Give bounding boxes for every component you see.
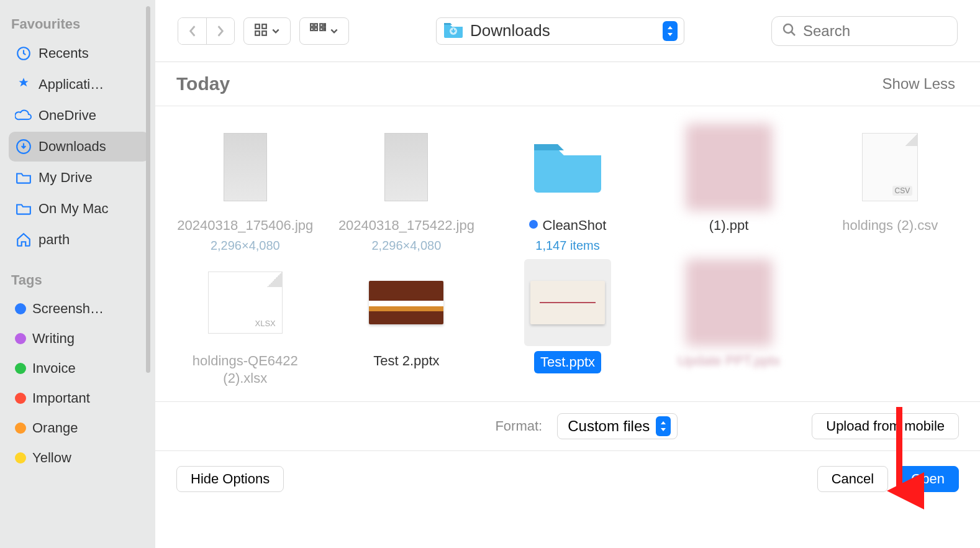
view-icons-button[interactable] <box>243 17 291 45</box>
file-name: Test.pptx <box>534 351 601 374</box>
file-item[interactable]: 20240318_175406.jpg 2,296×4,080 <box>168 124 323 253</box>
file-name: 20240318_175406.jpg <box>172 216 318 236</box>
hide-options-button[interactable]: Hide Options <box>176 466 284 492</box>
tag-dot-icon <box>15 452 26 464</box>
file-item[interactable]: 20240318_175422.jpg 2,296×4,080 <box>329 124 484 253</box>
main-panel: Downloads Today Show Less 20240318_17540… <box>155 0 980 548</box>
sidebar-item-onmymac[interactable]: On My Mac <box>9 194 149 224</box>
sidebar-item-onedrive[interactable]: OneDrive <box>9 101 149 130</box>
forward-button[interactable] <box>206 18 234 44</box>
format-bar: Format: Custom files Upload from mobile <box>155 401 980 450</box>
image-thumbnail-icon <box>363 124 450 211</box>
svg-rect-5 <box>262 31 266 35</box>
sidebar-item-label: parth <box>39 232 70 248</box>
upload-from-mobile-button[interactable]: Upload from mobile <box>812 413 959 439</box>
xlsx-thumbnail-icon <box>202 259 289 346</box>
cloud-icon <box>15 107 32 124</box>
show-less-button[interactable]: Show Less <box>882 75 955 93</box>
tag-important[interactable]: Important <box>9 384 149 413</box>
updown-stepper-icon <box>663 21 678 41</box>
tag-dot-icon <box>15 333 26 344</box>
tag-writing[interactable]: Writing <box>9 324 149 353</box>
toolbar: Downloads <box>155 0 980 62</box>
chevron-down-icon <box>271 25 280 37</box>
tag-dot-icon <box>15 393 26 404</box>
search-input[interactable] <box>803 22 947 40</box>
svg-rect-3 <box>262 24 266 29</box>
file-name: holdings-QE6422 (2).xlsx <box>168 351 323 389</box>
section-header: Today Show Less <box>155 62 980 106</box>
svg-rect-10 <box>320 24 322 26</box>
sidebar-item-recents[interactable]: Recents <box>9 39 149 68</box>
file-name: 20240318_175422.jpg <box>333 216 479 236</box>
sidebar-item-mydrive[interactable]: My Drive <box>9 163 149 193</box>
tag-label: Yellow <box>32 450 71 466</box>
grid-icon <box>254 23 268 39</box>
updown-stepper-icon <box>656 416 671 436</box>
back-button[interactable] <box>178 18 206 44</box>
search-icon <box>782 22 797 40</box>
folder-icon <box>15 169 32 186</box>
file-item[interactable]: Update PPT.pptx <box>651 259 807 389</box>
chevron-down-icon <box>330 25 338 37</box>
csv-thumbnail-icon <box>846 124 933 211</box>
tag-screenshots[interactable]: Screensh… <box>9 295 149 323</box>
file-name: (1).ppt <box>704 216 754 236</box>
file-name: Update PPT.pptx <box>673 351 785 372</box>
sidebar-item-label: On My Mac <box>39 201 108 217</box>
download-icon <box>15 138 32 155</box>
file-item[interactable]: CleanShot 1,147 items <box>490 124 645 253</box>
format-dropdown[interactable]: Custom files <box>557 413 678 439</box>
svg-rect-11 <box>324 24 325 26</box>
cancel-button[interactable]: Cancel <box>817 466 888 492</box>
open-button[interactable]: Open <box>897 466 959 492</box>
ppt-thumbnail-icon <box>524 259 611 346</box>
files-grid: 20240318_175406.jpg 2,296×4,080 20240318… <box>155 106 980 401</box>
sidebar-heading-favourites: Favourites <box>9 16 149 32</box>
sidebar: Favourites Recents Applicati… OneDrive D… <box>0 0 155 548</box>
image-thumbnail-icon <box>202 124 289 211</box>
grouped-grid-icon <box>310 23 326 39</box>
sidebar-item-label: Applicati… <box>39 76 104 93</box>
tag-label: Screensh… <box>32 301 104 317</box>
file-item[interactable]: holdings-QE6422 (2).xlsx <box>168 259 323 389</box>
location-label: Downloads <box>470 21 550 40</box>
tag-label: Orange <box>32 420 78 436</box>
sidebar-item-label: Recents <box>39 45 89 62</box>
sidebar-item-label: OneDrive <box>39 107 96 124</box>
file-name: Test 2.pptx <box>368 351 444 372</box>
sidebar-item-home[interactable]: parth <box>9 225 149 255</box>
nav-history-group <box>178 17 235 45</box>
folder-thumbnail-icon <box>524 124 611 211</box>
ppt-thumbnail-icon <box>363 259 450 346</box>
location-dropdown[interactable]: Downloads <box>436 17 684 45</box>
tag-orange[interactable]: Orange <box>9 414 149 442</box>
file-meta: 2,296×4,080 <box>211 239 280 253</box>
file-name: holdings (2).csv <box>837 216 943 236</box>
sidebar-item-label: Downloads <box>39 139 106 155</box>
file-item[interactable]: (1).ppt <box>651 124 807 253</box>
file-item-selected[interactable]: Test.pptx <box>490 259 645 389</box>
action-bar: Hide Options Cancel Open <box>155 450 980 507</box>
search-field[interactable] <box>771 16 958 46</box>
tag-label: Important <box>32 390 90 406</box>
tag-label: Writing <box>32 331 75 347</box>
format-label: Format: <box>495 418 542 434</box>
svg-rect-2 <box>255 24 260 29</box>
tag-yellow[interactable]: Yellow <box>9 444 149 472</box>
file-meta: 1,147 items <box>535 239 599 253</box>
file-item[interactable]: Test 2.pptx <box>329 259 484 389</box>
downloads-folder-icon <box>443 21 464 41</box>
sidebar-item-applications[interactable]: Applicati… <box>9 70 149 99</box>
folder-icon <box>15 200 32 217</box>
svg-rect-13 <box>324 27 325 30</box>
blurred-thumbnail-icon <box>686 124 773 211</box>
view-groupby-button[interactable] <box>299 17 349 45</box>
sidebar-item-downloads[interactable]: Downloads <box>9 132 149 162</box>
svg-rect-9 <box>315 27 317 30</box>
tag-dot-icon <box>15 422 26 434</box>
format-value: Custom files <box>568 418 650 435</box>
tag-invoice[interactable]: Invoice <box>9 354 149 383</box>
file-item[interactable]: holdings (2).csv <box>812 124 968 253</box>
svg-point-15 <box>784 24 792 33</box>
